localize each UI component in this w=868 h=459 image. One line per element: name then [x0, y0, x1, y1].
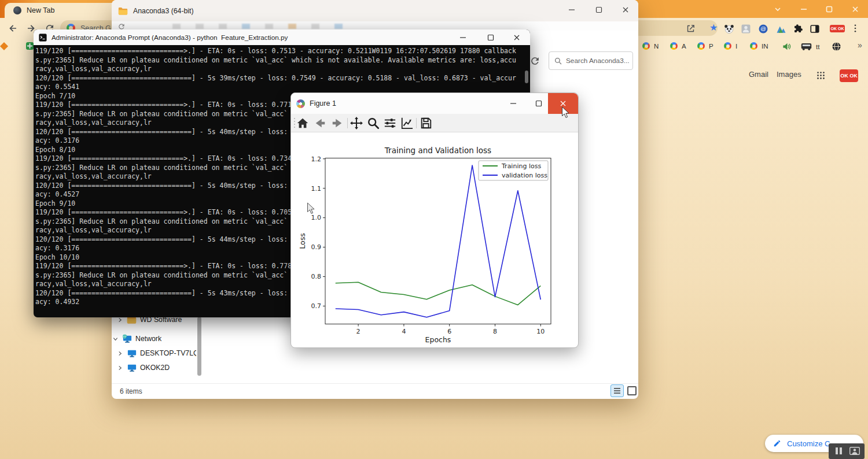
extensions-puzzle-icon[interactable]	[793, 24, 803, 34]
bookmark-item[interactable]: I	[724, 42, 737, 50]
pencil-icon	[773, 439, 781, 447]
explorer-refresh-button[interactable]	[529, 55, 540, 66]
globe-bookmark-icon[interactable]	[832, 42, 841, 51]
tree-item-network[interactable]: Network	[113, 334, 161, 343]
chevron-down-icon	[113, 336, 118, 342]
svg-text:validation loss: validation loss	[502, 172, 547, 179]
folder-icon	[118, 7, 128, 15]
terminal-minimize-button[interactable]	[458, 33, 468, 42]
thumbnail-view-toggle[interactable]	[627, 386, 637, 395]
tree-item-okok2d[interactable]: OKOK2D	[117, 363, 170, 372]
svg-text:8: 8	[493, 328, 497, 335]
extension-person-icon[interactable]	[741, 24, 751, 34]
google-favicon	[750, 42, 757, 50]
list-view-toggle[interactable]	[610, 384, 624, 397]
bookmark-star-icon[interactable]: ★	[709, 22, 718, 33]
svg-text:0.8: 0.8	[311, 273, 322, 280]
explorer-search-box[interactable]: Search Anaconda3...	[549, 51, 633, 70]
bookmark-item[interactable]: A	[670, 42, 686, 50]
svg-text:6: 6	[447, 328, 451, 335]
svg-text:0.7: 0.7	[311, 302, 322, 310]
svg-text:1.1: 1.1	[311, 185, 322, 193]
recorder-controls	[829, 443, 865, 459]
gmail-link[interactable]: Gmail	[749, 70, 768, 79]
browser-maximize-button[interactable]	[825, 5, 834, 14]
search-icon	[554, 57, 562, 65]
svg-text:Training and Validation loss: Training and Validation loss	[384, 146, 491, 155]
terminal-title-bar[interactable]: Administrator: Anaconda Prompt (Anaconda…	[34, 29, 530, 45]
extension-ok-badge-icon[interactable]: OK OK	[830, 25, 845, 32]
svg-text:1.0: 1.0	[311, 214, 322, 221]
speaker-bookmark-icon[interactable]	[782, 42, 792, 51]
tree-scrollbar[interactable]	[197, 317, 201, 376]
side-panel-icon[interactable]	[810, 24, 820, 34]
figure-toolbar	[291, 114, 578, 132]
terminal-close-button[interactable]	[512, 33, 521, 42]
chevron-right-icon	[117, 365, 123, 371]
images-link[interactable]: Images	[777, 70, 801, 79]
svg-text:@: @	[760, 25, 766, 32]
chevron-right-icon	[117, 351, 123, 356]
bookmark-item[interactable]: IN	[750, 42, 768, 50]
svg-text:4: 4	[402, 328, 406, 335]
back-arrow-icon[interactable]	[314, 117, 326, 129]
pause-icon[interactable]	[834, 446, 844, 456]
computer-icon	[127, 349, 137, 358]
customize-plot-icon[interactable]	[400, 117, 413, 129]
bookmark-cross-icon[interactable]	[26, 42, 34, 50]
back-icon[interactable]	[8, 23, 18, 34]
pan-icon[interactable]	[350, 117, 363, 129]
extension-chart-icon[interactable]	[776, 24, 786, 34]
terminal-icon	[39, 34, 47, 42]
tab-search-chevron-icon[interactable]	[773, 5, 782, 14]
figure-maximize-button[interactable]	[534, 99, 543, 108]
chevron-right-icon	[117, 317, 123, 323]
extension-a-icon[interactable]: @	[758, 24, 768, 34]
computer-icon	[127, 363, 137, 372]
home-icon[interactable]	[296, 117, 309, 129]
mouse-cursor	[307, 202, 315, 214]
explorer-maximize-button[interactable]	[594, 5, 604, 14]
webcam-icon[interactable]	[849, 447, 860, 455]
network-icon	[122, 334, 133, 343]
bookmarks-overflow-chevron[interactable]: »	[858, 40, 862, 50]
svg-text:1.2: 1.2	[311, 156, 322, 163]
mouse-cursor-2	[561, 106, 569, 119]
bookmark-diamond-icon[interactable]	[0, 42, 8, 50]
explorer-search-placeholder: Search Anaconda3...	[566, 57, 630, 65]
save-icon[interactable]	[420, 117, 432, 129]
google-favicon	[697, 42, 705, 50]
menu-kebab-icon[interactable]	[850, 23, 860, 34]
svg-text:Loss: Loss	[298, 233, 307, 249]
figure-title-bar[interactable]: Figure 1	[291, 93, 578, 114]
bus-icon	[801, 42, 812, 51]
google-apps-grid-icon[interactable]	[816, 71, 826, 80]
google-favicon	[642, 42, 650, 50]
subplots-settings-icon[interactable]	[384, 117, 396, 129]
explorer-command-icons	[172, 24, 363, 29]
terminal-title: Administrator: Anaconda Prompt (Anaconda…	[52, 34, 288, 42]
zoom-icon[interactable]	[367, 117, 380, 129]
extension-panda-icon[interactable]	[724, 24, 734, 34]
terminal-maximize-button[interactable]	[486, 33, 495, 42]
bookmark-item[interactable]: P	[697, 42, 713, 50]
figure-minimize-button[interactable]	[509, 99, 518, 108]
explorer-close-button[interactable]	[621, 5, 630, 14]
items-count: 6 items	[120, 387, 142, 395]
tree-item-desktop-tv7lqc[interactable]: DESKTOP-TV7LQC	[117, 349, 196, 358]
terminal-scrollbar[interactable]	[525, 71, 528, 83]
browser-minimize-button[interactable]	[799, 5, 808, 14]
explorer-title: Anaconda3 (64-bit)	[133, 7, 194, 15]
browser-close-button[interactable]	[851, 5, 860, 14]
bookmark-item-tt[interactable]: tt	[801, 42, 819, 51]
tab-favicon	[13, 6, 21, 14]
explorer-status-bar: 6 items	[112, 383, 638, 399]
matplotlib-figure-window: Figure 1 0.70.80.91.01.11.2246810Trainin…	[290, 92, 579, 348]
explorer-title-bar[interactable]: Anaconda3 (64-bit)	[112, 0, 638, 21]
explorer-minimize-button[interactable]	[567, 5, 576, 14]
bookmark-item[interactable]: N	[642, 42, 659, 50]
forward-arrow-icon[interactable]	[331, 117, 344, 129]
figure-title: Figure 1	[310, 99, 336, 108]
profile-avatar[interactable]: OK OK	[840, 69, 858, 82]
share-icon[interactable]	[686, 24, 696, 34]
